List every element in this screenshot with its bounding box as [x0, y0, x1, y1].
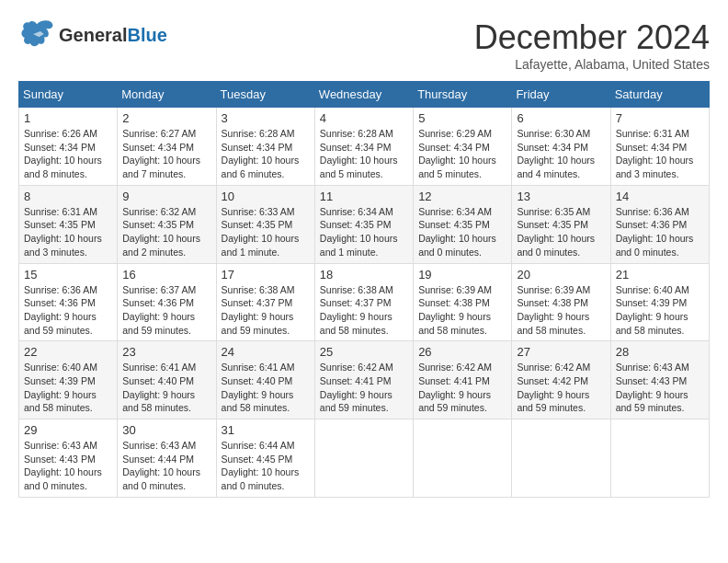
day-info: Sunrise: 6:43 AMSunset: 4:44 PMDaylight:…	[122, 439, 210, 493]
calendar-cell	[314, 419, 413, 498]
day-number: 14	[616, 190, 704, 203]
calendar-cell: 8Sunrise: 6:31 AMSunset: 4:35 PMDaylight…	[19, 185, 118, 263]
day-info: Sunrise: 6:39 AMSunset: 4:38 PMDaylight:…	[418, 283, 506, 338]
day-info: Sunrise: 6:44 AMSunset: 4:45 PMDaylight:…	[222, 439, 310, 493]
weekday-header: Monday	[118, 82, 216, 108]
calendar-cell: 5Sunrise: 6:29 AMSunset: 4:34 PMDaylight…	[414, 108, 512, 186]
calendar-cell: 9Sunrise: 6:32 AMSunset: 4:35 PMDaylight…	[118, 185, 216, 263]
calendar-cell: 29Sunrise: 6:43 AMSunset: 4:43 PMDayligh…	[19, 419, 118, 498]
logo-text: GeneralBlue	[59, 25, 167, 45]
calendar-cell: 7Sunrise: 6:31 AMSunset: 4:34 PMDaylight…	[610, 108, 709, 186]
weekday-header: Tuesday	[216, 82, 314, 108]
day-info: Sunrise: 6:28 AMSunset: 4:34 PMDaylight:…	[320, 127, 408, 181]
day-number: 15	[24, 268, 112, 282]
day-number: 31	[222, 423, 310, 437]
title-section: December 2024 Lafayette, Alabama, United…	[474, 18, 710, 72]
day-info: Sunrise: 6:26 AMSunset: 4:34 PMDaylight:…	[24, 127, 112, 181]
weekday-header: Sunday	[19, 82, 118, 108]
calendar-cell: 31Sunrise: 6:44 AMSunset: 4:45 PMDayligh…	[216, 419, 314, 498]
weekday-header-row: SundayMondayTuesdayWednesdayThursdayFrid…	[19, 82, 710, 108]
calendar-cell: 18Sunrise: 6:38 AMSunset: 4:37 PMDayligh…	[314, 263, 413, 341]
weekday-header: Saturday	[610, 82, 709, 108]
weekday-header: Thursday	[414, 82, 512, 108]
day-number: 1	[24, 111, 112, 125]
calendar-cell: 19Sunrise: 6:39 AMSunset: 4:38 PMDayligh…	[414, 263, 512, 341]
day-number: 8	[24, 190, 112, 203]
day-info: Sunrise: 6:33 AMSunset: 4:35 PMDaylight:…	[222, 205, 310, 259]
day-info: Sunrise: 6:43 AMSunset: 4:43 PMDaylight:…	[24, 439, 112, 493]
day-number: 3	[222, 111, 310, 125]
calendar-cell: 20Sunrise: 6:39 AMSunset: 4:38 PMDayligh…	[512, 263, 610, 341]
day-number: 10	[222, 190, 310, 203]
logo: GeneralBlue	[18, 18, 167, 51]
day-number: 9	[122, 190, 210, 203]
day-info: Sunrise: 6:30 AMSunset: 4:34 PMDaylight:…	[517, 127, 605, 181]
day-number: 12	[418, 190, 506, 203]
day-number: 11	[320, 190, 408, 203]
calendar-cell: 17Sunrise: 6:38 AMSunset: 4:37 PMDayligh…	[216, 263, 314, 341]
calendar-week-row: 22Sunrise: 6:40 AMSunset: 4:39 PMDayligh…	[19, 341, 710, 419]
calendar-cell: 11Sunrise: 6:34 AMSunset: 4:35 PMDayligh…	[314, 185, 413, 263]
calendar-week-row: 8Sunrise: 6:31 AMSunset: 4:35 PMDaylight…	[19, 185, 710, 263]
calendar-cell	[512, 419, 610, 498]
day-number: 29	[24, 423, 112, 437]
day-info: Sunrise: 6:40 AMSunset: 4:39 PMDaylight:…	[24, 361, 112, 415]
calendar-cell: 23Sunrise: 6:41 AMSunset: 4:40 PMDayligh…	[118, 341, 216, 419]
day-number: 4	[320, 111, 408, 125]
calendar-cell: 6Sunrise: 6:30 AMSunset: 4:34 PMDaylight…	[512, 108, 610, 186]
calendar-table: SundayMondayTuesdayWednesdayThursdayFrid…	[18, 81, 710, 498]
day-number: 26	[418, 345, 506, 359]
day-info: Sunrise: 6:27 AMSunset: 4:34 PMDaylight:…	[122, 127, 210, 181]
day-info: Sunrise: 6:39 AMSunset: 4:38 PMDaylight:…	[517, 283, 605, 338]
day-info: Sunrise: 6:42 AMSunset: 4:41 PMDaylight:…	[418, 361, 506, 415]
logo-general: General	[59, 25, 127, 45]
day-info: Sunrise: 6:38 AMSunset: 4:37 PMDaylight:…	[222, 283, 310, 338]
calendar-cell: 12Sunrise: 6:34 AMSunset: 4:35 PMDayligh…	[414, 185, 512, 263]
calendar-cell: 13Sunrise: 6:35 AMSunset: 4:35 PMDayligh…	[512, 185, 610, 263]
calendar-cell: 27Sunrise: 6:42 AMSunset: 4:42 PMDayligh…	[512, 341, 610, 419]
day-info: Sunrise: 6:31 AMSunset: 4:34 PMDaylight:…	[616, 127, 704, 181]
logo-icon	[18, 18, 55, 51]
calendar-cell: 26Sunrise: 6:42 AMSunset: 4:41 PMDayligh…	[414, 341, 512, 419]
calendar-cell: 24Sunrise: 6:41 AMSunset: 4:40 PMDayligh…	[216, 341, 314, 419]
calendar-week-row: 1Sunrise: 6:26 AMSunset: 4:34 PMDaylight…	[19, 108, 710, 186]
day-info: Sunrise: 6:34 AMSunset: 4:35 PMDaylight:…	[320, 205, 408, 259]
calendar-cell: 1Sunrise: 6:26 AMSunset: 4:34 PMDaylight…	[19, 108, 118, 186]
day-info: Sunrise: 6:42 AMSunset: 4:41 PMDaylight:…	[320, 361, 408, 415]
calendar-cell: 28Sunrise: 6:43 AMSunset: 4:43 PMDayligh…	[610, 341, 709, 419]
day-number: 13	[517, 190, 605, 203]
day-number: 23	[122, 345, 210, 359]
page-header: GeneralBlue December 2024 Lafayette, Ala…	[18, 18, 710, 72]
calendar-cell: 30Sunrise: 6:43 AMSunset: 4:44 PMDayligh…	[118, 419, 216, 498]
day-number: 2	[122, 111, 210, 125]
day-info: Sunrise: 6:42 AMSunset: 4:42 PMDaylight:…	[517, 361, 605, 415]
day-info: Sunrise: 6:29 AMSunset: 4:34 PMDaylight:…	[418, 127, 506, 181]
weekday-header: Wednesday	[314, 82, 413, 108]
month-title: December 2024	[474, 18, 710, 57]
day-number: 21	[616, 268, 704, 282]
calendar-cell	[610, 419, 709, 498]
calendar-cell: 4Sunrise: 6:28 AMSunset: 4:34 PMDaylight…	[314, 108, 413, 186]
calendar-cell: 25Sunrise: 6:42 AMSunset: 4:41 PMDayligh…	[314, 341, 413, 419]
day-info: Sunrise: 6:40 AMSunset: 4:39 PMDaylight:…	[616, 283, 704, 338]
day-info: Sunrise: 6:28 AMSunset: 4:34 PMDaylight:…	[222, 127, 310, 181]
day-number: 27	[517, 345, 605, 359]
logo-blue: Blue	[127, 25, 166, 45]
calendar-week-row: 29Sunrise: 6:43 AMSunset: 4:43 PMDayligh…	[19, 419, 710, 498]
calendar-cell: 2Sunrise: 6:27 AMSunset: 4:34 PMDaylight…	[118, 108, 216, 186]
day-info: Sunrise: 6:37 AMSunset: 4:36 PMDaylight:…	[122, 283, 210, 338]
day-number: 28	[616, 345, 704, 359]
calendar-cell: 10Sunrise: 6:33 AMSunset: 4:35 PMDayligh…	[216, 185, 314, 263]
day-info: Sunrise: 6:36 AMSunset: 4:36 PMDaylight:…	[616, 205, 704, 259]
day-number: 18	[320, 268, 408, 282]
calendar-cell: 15Sunrise: 6:36 AMSunset: 4:36 PMDayligh…	[19, 263, 118, 341]
day-number: 20	[517, 268, 605, 282]
day-info: Sunrise: 6:43 AMSunset: 4:43 PMDaylight:…	[616, 361, 704, 415]
day-number: 16	[122, 268, 210, 282]
day-number: 6	[517, 111, 605, 125]
day-number: 5	[418, 111, 506, 125]
day-info: Sunrise: 6:31 AMSunset: 4:35 PMDaylight:…	[24, 205, 112, 259]
day-info: Sunrise: 6:36 AMSunset: 4:36 PMDaylight:…	[24, 283, 112, 338]
day-number: 17	[222, 268, 310, 282]
calendar-cell: 16Sunrise: 6:37 AMSunset: 4:36 PMDayligh…	[118, 263, 216, 341]
